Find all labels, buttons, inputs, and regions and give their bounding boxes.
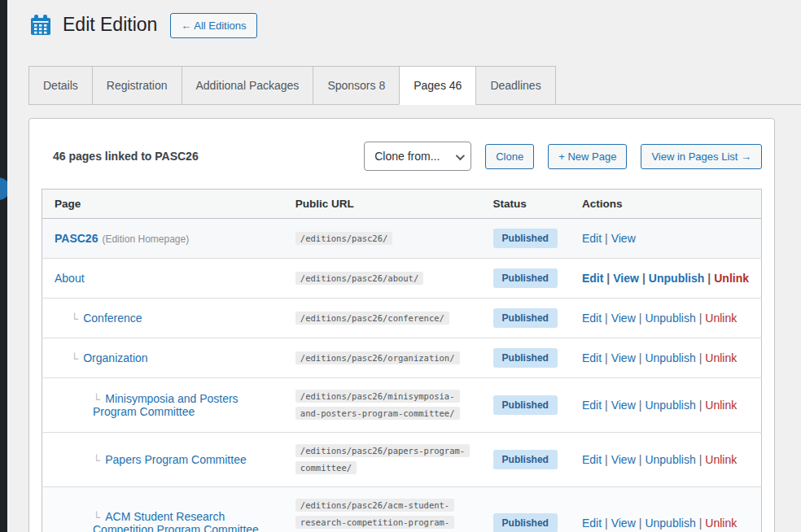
unlink-action-link[interactable]: Unlink [714, 272, 749, 285]
page-cell-content: └ACM Student Research Competition Progra… [55, 510, 271, 532]
action-separator: | [699, 517, 703, 530]
admin-sidebar-strip[interactable] [0, 0, 7, 532]
view-action-link[interactable]: View [613, 272, 639, 285]
action-separator: | [605, 232, 608, 245]
page-cell-content: └Organization [55, 351, 271, 364]
public-url-code: /editions/pasc26/minisymposia-and-poster… [295, 390, 460, 420]
edit-action-link[interactable]: Edit [582, 453, 602, 466]
unpublish-action-link[interactable]: Unpublish [645, 312, 695, 325]
action-separator: | [639, 312, 642, 325]
page-title-link[interactable]: PASC26 [55, 232, 98, 245]
public-url-code: /editions/pasc26/organization/ [295, 351, 460, 364]
public-url-code: /editions/pasc26/papers-program-committe… [295, 444, 470, 474]
view-in-pages-list-button[interactable]: View in Pages List → [641, 144, 762, 169]
clone-from-select-value: Clone from... [374, 150, 440, 163]
tab-details[interactable]: Details [28, 66, 92, 105]
pages-table-wrap: PagePublic URLStatusActions PASC26(Editi… [29, 189, 774, 532]
page-title-link[interactable]: Minisymposia and Posters Program Committ… [93, 392, 239, 418]
page-header: Edit Edition ← All Editions [0, 0, 801, 38]
tab-registration[interactable]: Registration [92, 66, 182, 105]
page-title-link[interactable]: Organization [83, 351, 147, 364]
unlink-action-link[interactable]: Unlink [705, 312, 737, 325]
edit-action-link[interactable]: Edit [582, 399, 602, 412]
action-separator: | [605, 453, 608, 466]
tab-pages-46[interactable]: Pages 46 [399, 66, 475, 105]
public-url-cell: /editions/pasc26/acm-student-research-co… [283, 487, 481, 532]
action-separator: | [639, 351, 642, 364]
new-page-button[interactable]: + New Page [548, 144, 627, 169]
actions-cell: Edit|View|Unpublish|Unlink [570, 259, 762, 299]
unlink-action-link[interactable]: Unlink [705, 517, 737, 530]
status-cell: Published [481, 433, 570, 487]
edit-action-link[interactable]: Edit [582, 351, 602, 364]
page-cell: └Organization [42, 338, 283, 378]
unlink-action-link[interactable]: Unlink [705, 351, 737, 364]
column-header-actions: Actions [570, 190, 762, 219]
table-row: └Minisymposia and Posters Program Commit… [42, 378, 762, 433]
table-row: └Papers Program Committee/editions/pasc2… [42, 433, 762, 487]
view-action-link[interactable]: View [611, 232, 636, 245]
page-title-link[interactable]: Conference [83, 312, 142, 325]
status-cell: Published [481, 378, 570, 433]
page-cell-content: About [55, 272, 271, 285]
action-separator: | [699, 312, 703, 325]
column-header-public-url: Public URL [283, 190, 481, 219]
admin-menu-active-bubble [0, 177, 7, 200]
action-separator: | [707, 272, 711, 285]
tree-branch-icon: └ [71, 312, 78, 325]
page-cell: PASC26(Edition Homepage) [42, 219, 283, 259]
table-header-row: PagePublic URLStatusActions [42, 190, 762, 219]
actions-cell: Edit|View|Unpublish|Unlink [570, 487, 762, 532]
view-action-link[interactable]: View [611, 399, 636, 412]
view-action-link[interactable]: View [611, 351, 636, 364]
edit-action-link[interactable]: Edit [582, 232, 602, 245]
clone-button[interactable]: Clone [485, 144, 534, 169]
unlink-action-link[interactable]: Unlink [705, 399, 737, 412]
unpublish-action-link[interactable]: Unpublish [645, 399, 695, 412]
column-header-status: Status [481, 190, 570, 219]
tree-branch-icon: └ [93, 393, 100, 405]
pages-panel: 46 pages linked to PASC26 Clone from... … [28, 118, 775, 532]
action-separator: | [639, 399, 642, 412]
public-url-cell: /editions/pasc26/conference/ [283, 299, 481, 338]
status-cell: Published [481, 259, 570, 299]
page-cell: └Conference [42, 299, 283, 338]
calendar-icon [28, 13, 53, 37]
all-editions-button[interactable]: ← All Editions [170, 13, 256, 38]
view-action-link[interactable]: View [611, 312, 636, 325]
view-action-link[interactable]: View [611, 453, 636, 466]
page-cell-content: └Minisymposia and Posters Program Commit… [55, 392, 271, 418]
page-title-link[interactable]: About [55, 272, 85, 285]
tab-sponsors-8[interactable]: Sponsors 8 [313, 66, 399, 105]
edit-action-link[interactable]: Edit [582, 312, 602, 325]
unpublish-action-link[interactable]: Unpublish [645, 351, 695, 364]
actions-cell: Edit|View|Unpublish|Unlink [570, 338, 762, 378]
unpublish-action-link[interactable]: Unpublish [645, 453, 695, 466]
public-url-code: /editions/pasc26/about/ [295, 272, 423, 285]
edit-action-link[interactable]: Edit [582, 517, 602, 530]
unpublish-action-link[interactable]: Unpublish [649, 272, 704, 285]
view-action-link[interactable]: View [611, 517, 636, 530]
status-cell: Published [481, 487, 570, 532]
clone-from-select[interactable]: Clone from... [364, 142, 471, 171]
status-badge: Published [493, 450, 558, 469]
page-title-link[interactable]: Papers Program Committee [105, 453, 247, 466]
action-separator: | [605, 399, 608, 412]
page-cell: └ACM Student Research Competition Progra… [42, 487, 283, 532]
tab-additional-packages[interactable]: Additional Packages [182, 66, 313, 105]
pages-count-summary: 46 pages linked to PASC26 [53, 150, 199, 163]
status-cell: Published [481, 219, 570, 259]
page-cell: About [42, 259, 283, 299]
unpublish-action-link[interactable]: Unpublish [645, 517, 695, 530]
status-badge: Published [493, 348, 558, 368]
tab-strip: DetailsRegistrationAdditional PackagesSp… [28, 66, 801, 105]
tab-deadlines[interactable]: Deadlines [475, 66, 555, 105]
page-cell-content: └Conference [55, 312, 271, 325]
page-title-link[interactable]: ACM Student Research Competition Program… [93, 510, 259, 532]
page-cell-content: └Papers Program Committee [55, 453, 271, 466]
public-url-code: /editions/pasc26/conference/ [295, 312, 449, 325]
edit-action-link[interactable]: Edit [582, 272, 603, 285]
public-url-cell: /editions/pasc26/organization/ [283, 338, 481, 378]
unlink-action-link[interactable]: Unlink [705, 453, 737, 466]
action-separator: | [605, 312, 608, 325]
